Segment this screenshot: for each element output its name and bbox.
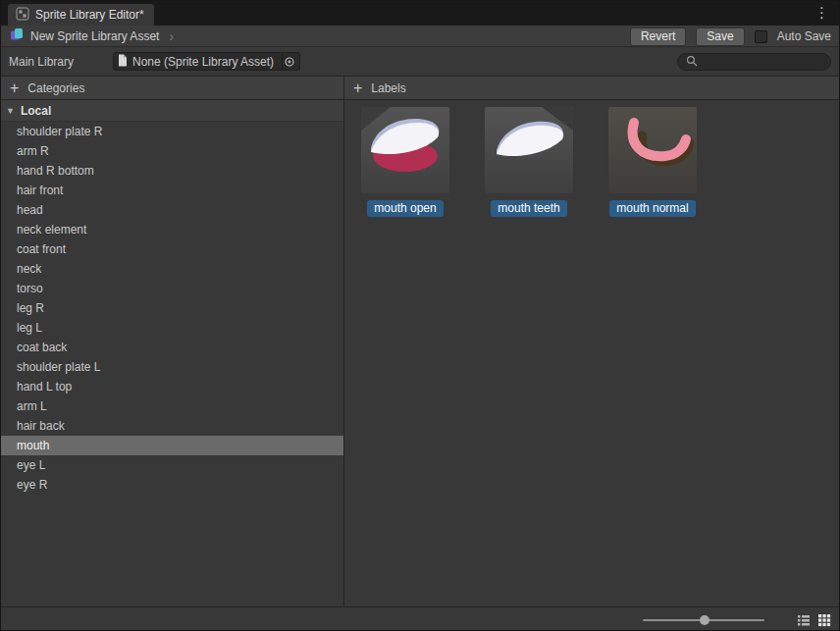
category-item[interactable]: eye L bbox=[1, 455, 343, 475]
main-library-row: Main Library None (Sprite Library Asset) bbox=[1, 47, 839, 76]
document-icon bbox=[118, 54, 128, 70]
overflow-menu-icon[interactable]: ⋮ bbox=[814, 4, 829, 22]
category-item[interactable]: shoulder plate L bbox=[1, 357, 343, 377]
categories-panel: ▼ Local shoulder plate R arm R hand R bo… bbox=[1, 100, 344, 606]
foldout-open-icon: ▼ bbox=[6, 106, 15, 116]
grid-view-icon[interactable] bbox=[817, 613, 831, 630]
labels-header: + Labels bbox=[344, 77, 839, 99]
category-item[interactable]: arm L bbox=[1, 396, 343, 416]
category-item[interactable]: arm R bbox=[1, 141, 343, 161]
category-item[interactable]: hand L top bbox=[1, 377, 343, 396]
panel-headers: + Categories + Labels bbox=[1, 76, 839, 100]
sprite-thumbnail-mouth-normal bbox=[608, 107, 697, 193]
category-item[interactable]: shoulder plate R bbox=[1, 122, 343, 141]
category-item[interactable]: hand R bottom bbox=[1, 161, 343, 181]
category-item[interactable]: leg R bbox=[1, 298, 343, 318]
search-input[interactable] bbox=[702, 55, 840, 69]
category-item-selected[interactable]: mouth bbox=[1, 436, 343, 455]
category-item[interactable]: leg L bbox=[1, 318, 343, 338]
asset-icon bbox=[9, 26, 25, 45]
add-label-icon[interactable]: + bbox=[353, 80, 362, 96]
save-button[interactable]: Save bbox=[696, 27, 744, 46]
category-item[interactable]: eye R bbox=[1, 475, 343, 495]
sprite-library-editor-window: Sprite Library Editor* ⋮ New Sprite Libr… bbox=[0, 0, 840, 631]
label-tile-mouth-normal[interactable]: mouth normal bbox=[608, 107, 697, 217]
category-item[interactable]: neck element bbox=[1, 220, 343, 239]
auto-save-label: Auto Save bbox=[777, 29, 831, 43]
slider-knob[interactable] bbox=[700, 615, 709, 625]
sprite-thumbnail-mouth-teeth bbox=[485, 107, 573, 193]
breadcrumb[interactable]: New Sprite Library Asset › bbox=[1, 26, 174, 45]
list-view-icon[interactable] bbox=[797, 613, 811, 630]
content-area: ▼ Local shoulder plate R arm R hand R bo… bbox=[1, 100, 839, 606]
main-library-object-field[interactable]: None (Sprite Library Asset) bbox=[113, 52, 300, 71]
tab-title: Sprite Library Editor* bbox=[35, 8, 144, 22]
object-picker-icon[interactable] bbox=[282, 54, 296, 69]
tab-sprite-library-editor[interactable]: Sprite Library Editor* bbox=[8, 4, 154, 26]
category-item[interactable]: coat front bbox=[1, 239, 343, 259]
label-name-badge: mouth teeth bbox=[491, 200, 566, 217]
breadcrumb-label: New Sprite Library Asset bbox=[30, 29, 159, 43]
sprite-thumbnail-mouth-open bbox=[361, 107, 449, 193]
label-name-badge: mouth normal bbox=[609, 200, 695, 217]
category-item[interactable]: hair back bbox=[1, 416, 343, 436]
category-item[interactable]: head bbox=[1, 200, 343, 220]
category-item[interactable]: neck bbox=[1, 259, 343, 279]
categories-title: Categories bbox=[27, 81, 84, 95]
revert-button[interactable]: Revert bbox=[630, 27, 686, 46]
label-grid: mouth open bbox=[344, 100, 839, 217]
label-tile-mouth-teeth[interactable]: mouth teeth bbox=[485, 107, 573, 217]
search-field[interactable] bbox=[677, 53, 831, 71]
main-library-label: Main Library bbox=[9, 55, 113, 69]
category-item[interactable]: coat back bbox=[1, 338, 343, 357]
sprite-library-icon bbox=[16, 7, 29, 24]
search-icon bbox=[686, 55, 698, 70]
toolbar: New Sprite Library Asset › Revert Save A… bbox=[1, 26, 839, 47]
local-foldout[interactable]: ▼ Local bbox=[1, 100, 343, 122]
labels-title: Labels bbox=[371, 81, 405, 95]
category-item[interactable]: hair front bbox=[1, 181, 343, 200]
object-field-value: None (Sprite Library Asset) bbox=[132, 55, 277, 69]
categories-header: + Categories bbox=[1, 77, 344, 99]
thumbnail-size-slider[interactable] bbox=[643, 619, 764, 621]
local-group-label: Local bbox=[21, 104, 51, 118]
label-name-badge: mouth open bbox=[367, 200, 443, 217]
category-list: shoulder plate R arm R hand R bottom hai… bbox=[1, 122, 343, 495]
category-item[interactable]: torso bbox=[1, 279, 343, 298]
labels-panel: mouth open bbox=[344, 100, 839, 606]
auto-save-checkbox[interactable] bbox=[755, 30, 767, 43]
add-category-icon[interactable]: + bbox=[10, 80, 19, 96]
bottom-bar bbox=[1, 606, 839, 631]
tab-bar: Sprite Library Editor* ⋮ bbox=[1, 1, 839, 26]
breadcrumb-chevron-icon: › bbox=[169, 28, 174, 44]
label-tile-mouth-open[interactable]: mouth open bbox=[361, 107, 449, 217]
